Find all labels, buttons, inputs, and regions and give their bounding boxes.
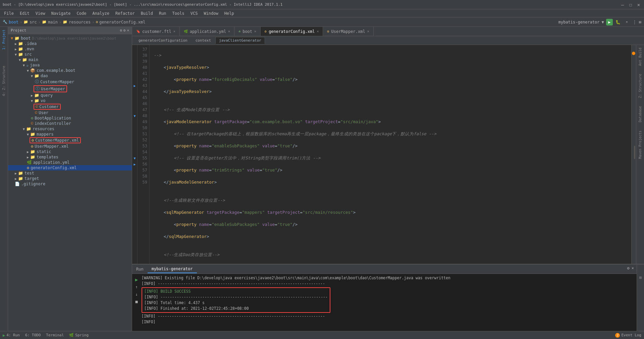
tree-customer-mapper[interactable]: Ⓘ CustomerMapper [8, 79, 132, 85]
menu-analyze[interactable]: Analyze [90, 10, 112, 16]
tree-gitignore[interactable]: 📄 .gitignore [8, 181, 132, 187]
close-button[interactable]: ✕ [636, 2, 641, 7]
tree-vo[interactable]: ▼ 📁 vo [8, 98, 132, 103]
code-line-45: <property name="enableSubPackages" value… [154, 143, 627, 149]
z-structure-icon[interactable]: Z: Structure [638, 74, 642, 98]
run-scroll-up-btn[interactable]: ↑ [133, 284, 140, 290]
bread-java-client-generator[interactable]: javaClientGenerator [215, 37, 265, 44]
run-scroll-down-btn[interactable]: ↓ [133, 291, 140, 297]
tab-customer-ftl-close[interactable]: × [173, 30, 175, 33]
menu-navigate[interactable]: Navigate [49, 10, 73, 16]
tree-static[interactable]: ▶ 📁 static [8, 149, 132, 154]
project-toolbar-gear[interactable]: ⚙ [123, 28, 126, 33]
nav-resources[interactable]: resources [69, 20, 91, 25]
menu-run[interactable]: Run [156, 10, 169, 16]
tree-index-controller[interactable]: © indexController [8, 121, 132, 126]
tab-boot[interactable]: ☘ boot × [234, 27, 261, 36]
tab-mybatis-generator[interactable]: mybatis-generator [148, 265, 197, 273]
nav-main[interactable]: main [48, 20, 58, 25]
tree-user[interactable]: © User [8, 110, 132, 115]
tree-main[interactable]: ▼ 📁 main [8, 57, 132, 62]
bottom-close-icon[interactable]: × [632, 266, 634, 271]
tree-user-mapper[interactable]: Ⓘ UserMapper [8, 85, 132, 93]
bread-context[interactable]: context [192, 37, 215, 44]
tree-dao[interactable]: ▼ 📁 dao [8, 73, 132, 79]
run-stop-btn[interactable]: ■ [133, 299, 140, 305]
tree-test[interactable]: ▶ 📁 test [8, 171, 132, 176]
database-icon[interactable]: Database [638, 106, 642, 122]
project-icon[interactable]: 1: Project [2, 30, 6, 50]
more-run-options[interactable]: ⋮ [632, 19, 637, 25]
main-label: main [29, 57, 38, 62]
menu-view[interactable]: View [33, 10, 48, 16]
bottom-gear-icon[interactable]: ⚙ [627, 266, 630, 271]
tree-mvn[interactable]: ▶ 📁 .mvn [8, 46, 132, 52]
tree-root[interactable]: ▼ 📁 boot D:\develop\java exercises\javae… [8, 36, 132, 41]
bread-generator-configuration[interactable]: generatorConfiguration [135, 37, 191, 44]
query-label: query [41, 93, 53, 98]
menu-window[interactable]: Window [201, 10, 221, 16]
tab-boot-close[interactable]: × [254, 30, 256, 33]
run-config-dropdown[interactable]: ▼ [602, 20, 604, 25]
project-toolbar-sync[interactable]: ⚙ [120, 28, 122, 33]
bottom-right-icon-1[interactable]: ⊞ [639, 275, 642, 280]
coverage-button[interactable]: ☂ [624, 19, 630, 26]
tree-templates[interactable]: ▶ 📁 templates [8, 154, 132, 160]
menu-build[interactable]: Build [138, 10, 156, 16]
bottom-content[interactable]: [WARNING] Existing file D:\develop\java … [132, 274, 644, 331]
debug-button[interactable]: 🐛 [615, 19, 622, 26]
tree-user-mapper-xml[interactable]: ⚙ UserMapper.xml [8, 144, 132, 149]
tab-generator-config[interactable]: ⚙ generatorConfig.xml × [261, 27, 323, 36]
run-play-btn[interactable]: ▶ [133, 277, 140, 283]
status-todo[interactable]: 6: TODO [25, 333, 41, 337]
tree-query[interactable]: ▶ 📁 query [8, 93, 132, 98]
tree-generator-config[interactable]: ⚙ generatorConfig.xml [8, 165, 132, 171]
tree-target[interactable]: ▶ 📁 target [8, 176, 132, 181]
tab-application-yml[interactable]: 🌿 application.yml × [180, 27, 234, 36]
customer-label: Customer [39, 104, 59, 109]
ant-build-icon[interactable]: Ant Build [638, 48, 642, 66]
layout-options[interactable]: ⊞ [639, 20, 641, 25]
tree-customer-mapper-xml[interactable]: ⚙ CustomerMapper.xml [8, 137, 132, 144]
status-run[interactable]: ▶ 4: Run [3, 333, 20, 338]
tab-customer-ftl[interactable]: 🔖 customer.ftl × [132, 27, 180, 36]
menu-code[interactable]: Code [74, 10, 89, 16]
maximize-button[interactable]: ☐ [628, 2, 633, 7]
tree-mappers[interactable]: ▼ 📁 mappers [8, 132, 132, 137]
tree-java[interactable]: ▼ ☕ java [8, 62, 132, 68]
run-button[interactable]: ▶ [606, 19, 613, 26]
tab-user-mapper-xml-close[interactable]: × [367, 30, 369, 33]
tab-application-yml-close[interactable]: × [228, 30, 230, 33]
tree-application-yml[interactable]: 🌿 application.yml [8, 160, 132, 165]
bottom-tab-bar: Run mybatis-generator ⚙ × [132, 264, 644, 274]
structure-icon[interactable]: 4: Z: Structure [2, 66, 6, 96]
menu-tools[interactable]: Tools [170, 10, 187, 16]
tab-generator-config-close[interactable]: × [317, 30, 319, 33]
tree-resources[interactable]: ▼ 📁 resources [8, 126, 132, 132]
nav-src[interactable]: src [30, 20, 37, 25]
tab-run[interactable]: Run [132, 265, 148, 273]
code-content[interactable]: --> <javaTypeResolver> <property name="f… [150, 45, 631, 264]
nav-boot[interactable]: boot [9, 20, 18, 25]
status-event-log[interactable]: 2 Event Log [615, 333, 641, 338]
tree-src[interactable]: ▼ 📁 src [8, 52, 132, 57]
menu-help[interactable]: Help [222, 10, 237, 16]
menu-file[interactable]: File [1, 10, 16, 16]
menu-vcs[interactable]: VCS [188, 10, 201, 16]
status-spring[interactable]: 🌿 Spring [69, 333, 89, 337]
tree-com[interactable]: ▼ 📦 com.example.boot [8, 68, 132, 73]
menu-refactor[interactable]: Refactor [113, 10, 138, 16]
tree-customer[interactable]: © Customer [8, 103, 132, 110]
dao-label: dao [41, 74, 48, 78]
project-toolbar-close[interactable]: × [127, 28, 129, 33]
tree-idea[interactable]: ▶ 📁 .idea [8, 41, 132, 46]
tree-bootapp[interactable]: ⚙ BootApplication [8, 115, 132, 121]
menu-edit[interactable]: Edit [17, 10, 32, 16]
minimize-button[interactable]: — [620, 2, 625, 7]
status-spring-label: Spring [75, 333, 89, 337]
scroll-thumb[interactable] [634, 146, 635, 159]
status-terminal[interactable]: Terminal [46, 333, 64, 337]
nav-config[interactable]: generatorConfig.xml [99, 20, 145, 25]
tab-user-mapper-xml[interactable]: ⚙ UserMapper.xml × [323, 27, 373, 36]
maven-projects-icon[interactable]: Maven Projects [638, 131, 642, 159]
